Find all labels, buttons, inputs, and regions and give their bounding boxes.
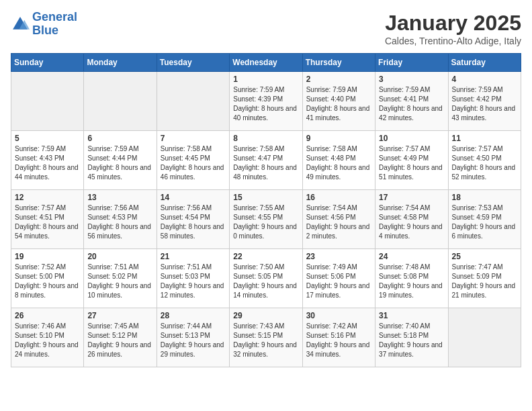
calendar-cell: [11, 72, 84, 131]
week-row-0: 1Sunrise: 7:59 AM Sunset: 4:39 PM Daylig…: [11, 72, 521, 131]
logo-icon: [11, 15, 30, 34]
day-number: 18: [452, 193, 517, 202]
location: Caldes, Trentino-Alto Adige, Italy: [385, 36, 521, 46]
calendar-cell: 7Sunrise: 7:58 AM Sunset: 4:45 PM Daylig…: [157, 131, 229, 190]
calendar-cell: 16Sunrise: 7:54 AM Sunset: 4:56 PM Dayli…: [302, 190, 375, 249]
day-number: 30: [306, 311, 371, 320]
calendar-header: SundayMondayTuesdayWednesdayThursdayFrid…: [11, 54, 521, 72]
calendar-cell: 19Sunrise: 7:52 AM Sunset: 5:00 PM Dayli…: [11, 249, 84, 308]
day-number: 8: [233, 134, 298, 143]
calendar-cell: 10Sunrise: 7:57 AM Sunset: 4:49 PM Dayli…: [375, 131, 448, 190]
calendar-cell: 27Sunrise: 7:45 AM Sunset: 5:12 PM Dayli…: [84, 308, 157, 367]
day-content: Sunrise: 7:40 AM Sunset: 5:18 PM Dayligh…: [379, 322, 444, 359]
day-content: Sunrise: 7:50 AM Sunset: 5:05 PM Dayligh…: [233, 263, 298, 300]
day-number: 14: [161, 193, 226, 202]
day-content: Sunrise: 7:51 AM Sunset: 5:02 PM Dayligh…: [87, 263, 152, 300]
header-cell-thursday: Thursday: [302, 54, 375, 72]
header-cell-saturday: Saturday: [448, 54, 521, 72]
day-number: 11: [452, 134, 517, 143]
month-title: January 2025: [385, 11, 521, 36]
day-content: Sunrise: 7:58 AM Sunset: 4:48 PM Dayligh…: [306, 144, 371, 182]
day-number: 20: [87, 252, 152, 261]
day-number: 29: [233, 311, 298, 320]
calendar-cell: [157, 72, 229, 131]
day-number: 26: [15, 311, 80, 320]
day-number: 1: [233, 75, 298, 84]
header-cell-friday: Friday: [375, 54, 448, 72]
day-content: Sunrise: 7:58 AM Sunset: 4:45 PM Dayligh…: [161, 144, 226, 182]
calendar-cell: 28Sunrise: 7:44 AM Sunset: 5:13 PM Dayli…: [157, 308, 229, 367]
week-row-3: 19Sunrise: 7:52 AM Sunset: 5:00 PM Dayli…: [11, 249, 521, 308]
week-row-1: 5Sunrise: 7:59 AM Sunset: 4:43 PM Daylig…: [11, 131, 521, 190]
calendar-cell: 26Sunrise: 7:46 AM Sunset: 5:10 PM Dayli…: [11, 308, 84, 367]
day-content: Sunrise: 7:54 AM Sunset: 4:56 PM Dayligh…: [306, 203, 371, 241]
header-cell-tuesday: Tuesday: [157, 54, 229, 72]
day-content: Sunrise: 7:49 AM Sunset: 5:06 PM Dayligh…: [306, 263, 371, 300]
day-content: Sunrise: 7:54 AM Sunset: 4:58 PM Dayligh…: [379, 203, 444, 241]
day-content: Sunrise: 7:57 AM Sunset: 4:51 PM Dayligh…: [15, 203, 80, 241]
day-content: Sunrise: 7:47 AM Sunset: 5:09 PM Dayligh…: [452, 263, 517, 300]
day-number: 31: [379, 311, 444, 320]
calendar-cell: 14Sunrise: 7:56 AM Sunset: 4:54 PM Dayli…: [157, 190, 229, 249]
day-content: Sunrise: 7:43 AM Sunset: 5:15 PM Dayligh…: [233, 322, 298, 359]
day-number: 2: [306, 75, 371, 84]
calendar-cell: 22Sunrise: 7:50 AM Sunset: 5:05 PM Dayli…: [230, 249, 302, 308]
day-number: 24: [379, 252, 444, 261]
logo-line1: General: [32, 10, 77, 24]
day-content: Sunrise: 7:56 AM Sunset: 4:53 PM Dayligh…: [87, 203, 152, 241]
day-number: 5: [15, 134, 80, 143]
header-cell-sunday: Sunday: [11, 54, 84, 72]
day-content: Sunrise: 7:59 AM Sunset: 4:44 PM Dayligh…: [87, 144, 152, 182]
calendar-cell: 20Sunrise: 7:51 AM Sunset: 5:02 PM Dayli…: [84, 249, 157, 308]
day-content: Sunrise: 7:59 AM Sunset: 4:40 PM Dayligh…: [306, 85, 371, 123]
day-number: 23: [306, 252, 371, 261]
calendar-cell: 12Sunrise: 7:57 AM Sunset: 4:51 PM Dayli…: [11, 190, 84, 249]
calendar-cell: [84, 72, 157, 131]
day-content: Sunrise: 7:44 AM Sunset: 5:13 PM Dayligh…: [161, 322, 226, 359]
title-block: January 2025 Caldes, Trentino-Alto Adige…: [385, 11, 521, 46]
day-number: 17: [379, 193, 444, 202]
logo-text: General Blue: [32, 11, 77, 38]
calendar-cell: 6Sunrise: 7:59 AM Sunset: 4:44 PM Daylig…: [84, 131, 157, 190]
day-number: 25: [452, 252, 517, 261]
calendar-cell: 3Sunrise: 7:59 AM Sunset: 4:41 PM Daylig…: [375, 72, 448, 131]
day-number: 27: [87, 311, 152, 320]
calendar-cell: [448, 308, 521, 367]
day-content: Sunrise: 7:52 AM Sunset: 5:00 PM Dayligh…: [15, 263, 80, 300]
calendar-cell: 18Sunrise: 7:53 AM Sunset: 4:59 PM Dayli…: [448, 190, 521, 249]
calendar-cell: 21Sunrise: 7:51 AM Sunset: 5:03 PM Dayli…: [157, 249, 229, 308]
day-content: Sunrise: 7:55 AM Sunset: 4:55 PM Dayligh…: [233, 203, 298, 241]
day-content: Sunrise: 7:46 AM Sunset: 5:10 PM Dayligh…: [15, 322, 80, 359]
day-number: 7: [161, 134, 226, 143]
day-number: 15: [233, 193, 298, 202]
day-number: 21: [161, 252, 226, 261]
day-number: 9: [306, 134, 371, 143]
header-cell-wednesday: Wednesday: [230, 54, 302, 72]
calendar-cell: 30Sunrise: 7:42 AM Sunset: 5:16 PM Dayli…: [302, 308, 375, 367]
day-number: 19: [15, 252, 80, 261]
calendar-cell: 2Sunrise: 7:59 AM Sunset: 4:40 PM Daylig…: [302, 72, 375, 131]
day-content: Sunrise: 7:57 AM Sunset: 4:49 PM Dayligh…: [379, 144, 444, 182]
day-content: Sunrise: 7:45 AM Sunset: 5:12 PM Dayligh…: [87, 322, 152, 359]
calendar-cell: 5Sunrise: 7:59 AM Sunset: 4:43 PM Daylig…: [11, 131, 84, 190]
day-content: Sunrise: 7:48 AM Sunset: 5:08 PM Dayligh…: [379, 263, 444, 300]
calendar-cell: 8Sunrise: 7:58 AM Sunset: 4:47 PM Daylig…: [230, 131, 302, 190]
calendar-table: SundayMondayTuesdayWednesdayThursdayFrid…: [11, 53, 521, 367]
calendar-cell: 17Sunrise: 7:54 AM Sunset: 4:58 PM Dayli…: [375, 190, 448, 249]
day-number: 10: [379, 134, 444, 143]
calendar-cell: 1Sunrise: 7:59 AM Sunset: 4:39 PM Daylig…: [230, 72, 302, 131]
header-row: SundayMondayTuesdayWednesdayThursdayFrid…: [11, 54, 521, 72]
calendar-body: 1Sunrise: 7:59 AM Sunset: 4:39 PM Daylig…: [11, 72, 521, 367]
calendar-cell: 23Sunrise: 7:49 AM Sunset: 5:06 PM Dayli…: [302, 249, 375, 308]
calendar-cell: 11Sunrise: 7:57 AM Sunset: 4:50 PM Dayli…: [448, 131, 521, 190]
day-number: 6: [87, 134, 152, 143]
calendar-cell: 25Sunrise: 7:47 AM Sunset: 5:09 PM Dayli…: [448, 249, 521, 308]
day-number: 13: [87, 193, 152, 202]
calendar-cell: 31Sunrise: 7:40 AM Sunset: 5:18 PM Dayli…: [375, 308, 448, 367]
header-cell-monday: Monday: [84, 54, 157, 72]
week-row-2: 12Sunrise: 7:57 AM Sunset: 4:51 PM Dayli…: [11, 190, 521, 249]
calendar-cell: 29Sunrise: 7:43 AM Sunset: 5:15 PM Dayli…: [230, 308, 302, 367]
week-row-4: 26Sunrise: 7:46 AM Sunset: 5:10 PM Dayli…: [11, 308, 521, 367]
day-content: Sunrise: 7:53 AM Sunset: 4:59 PM Dayligh…: [452, 203, 517, 241]
calendar-cell: 9Sunrise: 7:58 AM Sunset: 4:48 PM Daylig…: [302, 131, 375, 190]
